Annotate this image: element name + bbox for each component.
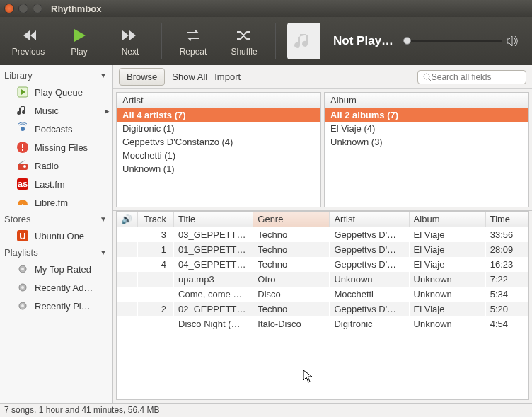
table-row[interactable]: Disco Night (…Italo-DiscoDigitronicUnkno… (117, 316, 528, 331)
sidebar-item-label: My Top Rated (35, 264, 91, 275)
skip-next-icon (122, 25, 138, 45)
play-button[interactable]: Play (59, 25, 99, 57)
repeat-button[interactable]: Repeat (173, 25, 213, 57)
window-maximize-button[interactable] (33, 4, 42, 13)
col-genre[interactable]: Genre (253, 212, 330, 227)
music-note-icon (293, 30, 316, 52)
sidebar-section-stores[interactable]: Stores▼ (0, 212, 112, 227)
sidebar-item[interactable]: Play Queue (0, 83, 112, 101)
sidebar-item-icon (16, 280, 30, 295)
svg-point-12 (21, 268, 24, 270)
sidebar-item[interactable]: Missing Files (0, 138, 112, 156)
col-album[interactable]: Album (409, 212, 485, 227)
window-close-button[interactable] (4, 4, 14, 13)
list-item[interactable]: Unknown (3) (325, 135, 528, 149)
sidebar-item-icon: as (16, 177, 30, 191)
artist-list: Artist All 4 artists (7)Digitronic (1)Ge… (116, 92, 321, 207)
col-time[interactable]: Time (485, 212, 528, 227)
now-playing-label: Not Play… (333, 34, 395, 48)
list-item[interactable]: All 2 albums (7) (325, 108, 528, 122)
sidebar-section-playlists[interactable]: Playlists▼ (0, 245, 112, 260)
sidebar-section-library[interactable]: Library▼ (0, 68, 112, 83)
svg-point-16 (21, 304, 24, 307)
sidebar-item-label: Recently Pl… (35, 301, 91, 312)
col-title[interactable]: Title (174, 212, 253, 227)
volume-slider[interactable] (403, 35, 524, 47)
sidebar-item[interactable]: asLast.fm (0, 175, 112, 193)
list-item[interactable]: Unknown (1) (117, 162, 320, 176)
sidebar-item[interactable]: My Top Rated (0, 260, 112, 278)
list-item[interactable]: Geppettvs D'Constanzo (4) (117, 135, 320, 149)
sidebar-item-icon (16, 122, 30, 136)
next-button[interactable]: Next (110, 25, 150, 57)
sidebar-item-icon (16, 299, 30, 313)
track-table: 🔊 Track Title Genre Artist Album Time 30… (116, 211, 529, 400)
sidebar-item-label: Recently Ad… (35, 282, 93, 293)
show-all-button[interactable]: Show All (172, 72, 207, 82)
table-row[interactable]: upa.mp3OtroUnknownUnknown7:22 (117, 272, 528, 287)
svg-text:as: as (18, 178, 28, 189)
sidebar-item-icon: U (16, 229, 30, 243)
play-icon (71, 25, 87, 45)
list-item[interactable]: All 4 artists (7) (117, 108, 320, 122)
window-title: Rhythmbox (51, 4, 102, 14)
skip-previous-icon (21, 25, 36, 45)
sidebar-item-icon (16, 159, 30, 173)
svg-rect-4 (22, 149, 23, 151)
sidebar-item-icon (16, 195, 30, 210)
volume-icon (507, 35, 519, 47)
sidebar-item-icon (16, 140, 30, 154)
repeat-icon (185, 25, 202, 45)
browse-bar: Browse Show All Import (113, 65, 532, 89)
col-artist[interactable]: Artist (330, 212, 409, 227)
search-icon (422, 72, 432, 82)
sidebar-item-label: Podcasts (35, 124, 72, 135)
list-item[interactable]: Mocchetti (1) (117, 149, 320, 162)
main-toolbar: Previous Play Next Repeat Shuffle Not Pl… (0, 17, 532, 65)
table-row[interactable]: 202_GEPPETT…TechnoGeppettvs D'…El Viaje5… (117, 302, 528, 316)
album-header[interactable]: Album (325, 93, 528, 108)
sidebar-item-icon (16, 262, 30, 276)
col-playing[interactable]: 🔊 (117, 212, 138, 227)
title-bar: Rhythmbox (0, 0, 532, 17)
sidebar-item-icon (16, 103, 30, 118)
chevron-down-icon: ▼ (100, 215, 107, 223)
sidebar-item[interactable]: Recently Ad… (0, 278, 112, 297)
import-button[interactable]: Import (214, 72, 241, 82)
sidebar-item[interactable]: Radio (0, 156, 112, 175)
sidebar-item[interactable]: Recently Pl… (0, 297, 112, 315)
list-item[interactable]: El Viaje (4) (325, 122, 528, 135)
svg-text:U: U (19, 231, 25, 241)
window-minimize-button[interactable] (18, 4, 28, 13)
previous-button[interactable]: Previous (8, 25, 48, 57)
table-row[interactable]: Come, come …DiscoMocchettiUnknown5:34 (117, 287, 528, 302)
table-row[interactable]: 404_GEPPETT…TechnoGeppettvs D'…El Viaje1… (117, 257, 528, 272)
list-item[interactable]: Digitronic (1) (117, 122, 320, 135)
sidebar-item[interactable]: UUbuntu One (0, 227, 112, 245)
sidebar-item[interactable]: Podcasts (0, 120, 112, 138)
sidebar-item-label: Play Queue (35, 87, 83, 98)
album-list: Album All 2 albums (7)El Viaje (4)Unknow… (324, 92, 529, 207)
svg-point-17 (424, 74, 429, 79)
table-row[interactable]: 101_GEPPETT…TechnoGeppettvs D'…El Viaje2… (117, 242, 528, 257)
browse-button[interactable]: Browse (119, 68, 165, 86)
sidebar: Library▼ Play QueueMusic▸PodcastsMissing… (0, 65, 113, 403)
table-row[interactable]: 303_GEPPETT…TechnoGeppettvs D'…El Viaje3… (117, 227, 528, 243)
svg-rect-3 (22, 144, 23, 148)
svg-point-14 (21, 286, 24, 289)
search-input[interactable] (432, 72, 521, 82)
col-track[interactable]: Track (138, 212, 174, 227)
search-field[interactable] (417, 70, 526, 84)
sidebar-item-icon (16, 85, 30, 99)
artist-header[interactable]: Artist (117, 93, 320, 108)
shuffle-button[interactable]: Shuffle (224, 25, 264, 57)
chevron-down-icon: ▼ (100, 249, 107, 256)
svg-point-6 (23, 165, 26, 168)
chevron-down-icon: ▼ (100, 72, 107, 79)
sidebar-item[interactable]: Libre.fm (0, 193, 112, 212)
sidebar-item-label: Libre.fm (35, 198, 68, 208)
chevron-right-icon: ▸ (105, 105, 110, 116)
album-art (287, 23, 320, 59)
sidebar-item[interactable]: Music▸ (0, 101, 112, 120)
sidebar-item-label: Music (35, 105, 59, 116)
